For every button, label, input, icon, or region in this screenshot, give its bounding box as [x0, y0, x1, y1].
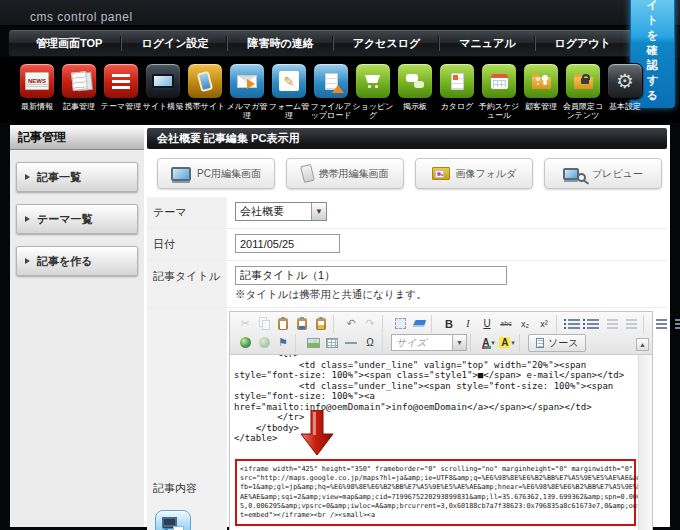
- nav-admin-top[interactable]: 管理画面TOP: [17, 36, 121, 51]
- app-mobile-site[interactable]: 携帯サイト: [184, 63, 226, 111]
- anchor-flag-icon[interactable]: ⚑: [274, 335, 292, 351]
- news-icon: NEWS: [19, 63, 55, 99]
- font-size-placeholder: サイズ: [392, 336, 452, 350]
- app-site-build[interactable]: サイト構築: [142, 63, 184, 111]
- chevron-right-icon: [25, 216, 33, 222]
- main-panel: 記事管理 記事一覧 テーマ一覧 記事を作る 会社概要 記事編集 PC表示用 PC…: [10, 125, 670, 527]
- underline-button[interactable]: U: [478, 316, 496, 332]
- app-reservation[interactable]: 予約スケジュール: [478, 63, 520, 120]
- link-icon[interactable]: [236, 335, 254, 351]
- site-build-icon: [145, 63, 181, 99]
- mobile-site-icon: [187, 63, 223, 99]
- article-title-row: 記事タイトル ※タイトルは携帯用と共通になります。: [147, 261, 667, 308]
- copy-icon[interactable]: [255, 316, 273, 332]
- app-label: 顧客管理: [520, 102, 562, 111]
- toolbar-collapse-button[interactable]: ▲: [636, 338, 649, 351]
- date-input[interactable]: [235, 234, 340, 253]
- paste-text-icon[interactable]: [312, 316, 330, 332]
- theme-select[interactable]: 会社概要 ▼: [235, 202, 327, 221]
- content-area: 会社概要 記事編集 PC表示用 PC用編集画面 携帯用編集画面 画像フォルダ: [144, 125, 670, 527]
- app-label: ファイルアップロード: [310, 102, 352, 120]
- bold-button[interactable]: B: [440, 316, 458, 332]
- sidebar-item-create-article[interactable]: 記事を作る: [16, 246, 138, 276]
- app-settings[interactable]: ⚙ 基本設定: [604, 63, 646, 111]
- indent-icon[interactable]: [622, 316, 640, 332]
- nav-access-log[interactable]: アクセスログ: [333, 36, 440, 51]
- nav-manual[interactable]: マニュアル: [439, 36, 534, 51]
- date-label: 日付: [147, 229, 227, 260]
- app-file-upload[interactable]: ファイルアップロード: [310, 63, 352, 120]
- sync-page-icon: [173, 526, 184, 530]
- app-members-only[interactable]: 会員限定コンテンツ: [562, 63, 604, 120]
- theme-selected-value: 会社概要: [236, 204, 311, 219]
- horizontal-rule-icon[interactable]: [342, 335, 360, 351]
- paste-word-icon[interactable]: [293, 316, 311, 332]
- align-left-icon[interactable]: [652, 316, 670, 332]
- font-size-select[interactable]: サイズ ▼: [391, 334, 467, 351]
- app-forms[interactable]: ✎ フォーム管理: [268, 63, 310, 120]
- article-body-cell: 記事内容: [147, 308, 227, 530]
- app-label: 会員限定コンテンツ: [562, 102, 604, 120]
- customers-icon: [523, 63, 559, 99]
- editor-content[interactable]: <tr> <td class="under_line" valign="top"…: [230, 355, 652, 530]
- outdent-icon[interactable]: [603, 316, 621, 332]
- sidebar-item-article-list[interactable]: 記事一覧: [16, 162, 138, 192]
- editor-scrollbar[interactable]: [638, 355, 652, 530]
- image-folder-button[interactable]: 画像フォルダ: [415, 158, 533, 189]
- window-title-bar: cms control panel: [0, 0, 680, 26]
- remove-format-icon[interactable]: [410, 316, 428, 332]
- image-folder-label: 画像フォルダ: [456, 167, 517, 181]
- image-folder-icon: [432, 167, 450, 180]
- italic-button[interactable]: I: [459, 316, 477, 332]
- insert-image-icon[interactable]: [304, 335, 322, 351]
- articles-icon: [61, 63, 97, 99]
- top-navigation: 管理画面TOP ログイン設定 障害時の連絡 アクセスログ マニュアル ログアウト…: [8, 29, 672, 57]
- settings-gear-icon: ⚙: [607, 63, 643, 99]
- paste-icon[interactable]: [274, 316, 292, 332]
- subscript-button[interactable]: x₂: [516, 316, 534, 332]
- pc-edit-button[interactable]: PC用編集画面: [157, 158, 275, 189]
- app-themes[interactable]: テーマ管理: [100, 63, 142, 111]
- members-only-icon: [565, 63, 601, 99]
- chevron-right-icon: [25, 174, 33, 180]
- insert-table-icon[interactable]: [323, 335, 341, 351]
- article-body-label: 記事内容: [153, 481, 221, 496]
- app-label: 記事管理: [58, 102, 100, 111]
- bulleted-list-icon[interactable]: [584, 316, 602, 332]
- app-customers[interactable]: 顧客管理: [520, 63, 562, 111]
- select-all-icon[interactable]: [391, 316, 409, 332]
- undo-icon[interactable]: ↶: [342, 316, 360, 332]
- source-doc-icon: [536, 338, 544, 348]
- align-center-icon[interactable]: [671, 316, 680, 332]
- source-button[interactable]: ソース: [528, 334, 586, 352]
- special-char-button[interactable]: Ω: [361, 335, 379, 351]
- app-articles[interactable]: 記事管理: [58, 63, 100, 111]
- strikethrough-button[interactable]: abc: [497, 316, 515, 332]
- unlink-icon[interactable]: [255, 335, 273, 351]
- nav-logout[interactable]: ログアウト: [535, 36, 630, 51]
- pc-mobile-sync-button[interactable]: [155, 510, 191, 530]
- article-title-label: 記事タイトル: [147, 261, 227, 307]
- superscript-button[interactable]: x²: [535, 316, 553, 332]
- text-color-button[interactable]: A▾: [479, 335, 497, 351]
- app-catalog[interactable]: カタログ: [436, 63, 478, 111]
- preview-button[interactable]: プレビュー: [544, 158, 662, 189]
- mobile-edit-label: 携帯用編集画面: [319, 167, 389, 181]
- app-bbs[interactable]: 掲示板: [394, 63, 436, 111]
- sidebar-item-theme-list[interactable]: テーマ一覧: [16, 204, 138, 234]
- nav-login-settings[interactable]: ログイン設定: [121, 36, 227, 51]
- bg-color-button[interactable]: A▾: [498, 335, 516, 351]
- app-mail-magazine[interactable]: メルマガ管理: [226, 63, 268, 120]
- bbs-icon: [397, 63, 433, 99]
- module-icon-bar: NEWS 最新情報 記事管理 テーマ管理 サイト構築 携帯サイト メルマガ管理 …: [0, 57, 680, 123]
- app-shopping[interactable]: ショッピング: [352, 63, 394, 120]
- numbered-list-icon[interactable]: [565, 316, 583, 332]
- cut-icon[interactable]: ✂: [236, 316, 254, 332]
- app-news[interactable]: NEWS 最新情報: [16, 63, 58, 111]
- app-label: カタログ: [436, 102, 478, 111]
- mobile-edit-button[interactable]: 携帯用編集画面: [286, 158, 404, 189]
- redo-icon[interactable]: ↷: [361, 316, 379, 332]
- article-title-input[interactable]: [235, 266, 507, 285]
- article-body-row: 記事内容 ✂: [147, 308, 667, 530]
- nav-trouble-contact[interactable]: 障害時の連絡: [227, 36, 332, 51]
